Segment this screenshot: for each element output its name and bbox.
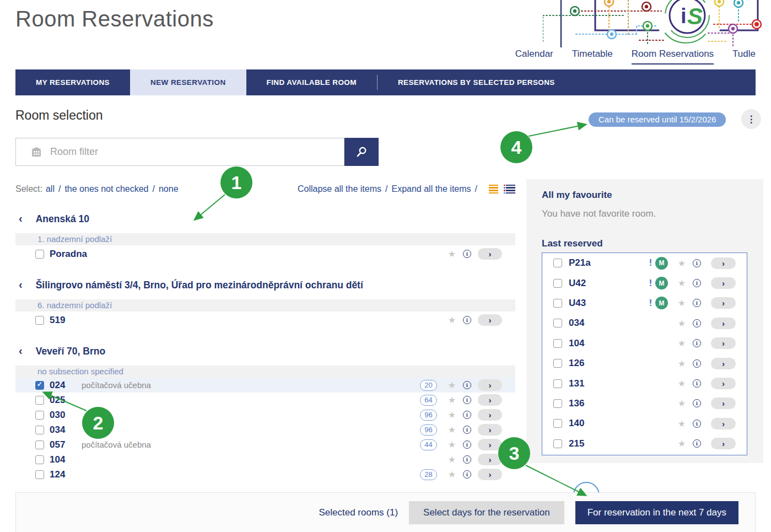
open-room-button[interactable]: › — [478, 454, 502, 465]
info-icon[interactable]: i — [463, 316, 471, 324]
tab-find-available-room[interactable]: FIND AVAILABLE ROOM — [246, 69, 377, 95]
tab-my-reservations[interactable]: MY RESERVATIONS — [15, 69, 130, 95]
favourite-star-icon[interactable]: ★ — [678, 418, 686, 429]
info-icon[interactable]: i — [463, 411, 471, 419]
info-icon[interactable]: i — [463, 426, 471, 434]
nav-link-tudle[interactable]: Tudle — [732, 49, 756, 65]
room-checkbox[interactable] — [553, 339, 562, 348]
info-icon[interactable]: i — [693, 339, 701, 347]
room-filter-input[interactable] — [50, 146, 344, 158]
info-icon[interactable]: i — [463, 396, 471, 404]
favourite-star-icon[interactable]: ★ — [448, 469, 456, 480]
expand-list-icon[interactable] — [506, 185, 515, 194]
open-room-button[interactable]: › — [711, 257, 736, 269]
room-checkbox[interactable] — [35, 455, 44, 464]
info-icon[interactable]: i — [693, 420, 701, 428]
search-button[interactable] — [344, 138, 379, 166]
open-room-button[interactable]: › — [711, 418, 736, 429]
room-checkbox[interactable] — [35, 426, 44, 434]
room-checkbox[interactable] — [35, 396, 44, 405]
open-room-button[interactable]: › — [711, 337, 736, 349]
building-header[interactable]: ‹Šilingrovo náměstí 3/4, Brno, Úřad pro … — [15, 277, 515, 293]
room-checkbox[interactable] — [553, 379, 562, 388]
info-icon[interactable]: i — [693, 379, 701, 388]
kebab-menu-button[interactable]: ⋮ — [741, 109, 761, 129]
info-icon[interactable]: i — [693, 399, 701, 407]
open-room-button[interactable]: › — [711, 397, 736, 409]
room-checkbox[interactable] — [553, 279, 562, 288]
open-room-button[interactable]: › — [711, 318, 736, 329]
room-checkbox[interactable] — [553, 399, 562, 408]
open-room-button[interactable]: › — [478, 379, 502, 391]
select-all-link[interactable]: all — [46, 184, 55, 194]
info-icon[interactable]: i — [463, 440, 471, 449]
nav-link-room-reservations[interactable]: Room Reservations — [632, 49, 714, 65]
favourite-star-icon[interactable]: ★ — [678, 318, 686, 329]
collapse-list-icon[interactable] — [489, 185, 498, 194]
room-checkbox[interactable] — [35, 316, 44, 325]
info-icon[interactable]: i — [463, 470, 471, 479]
room-checkbox[interactable] — [553, 419, 562, 428]
open-room-button[interactable]: › — [478, 248, 502, 260]
open-room-button[interactable]: › — [478, 394, 502, 406]
info-icon[interactable]: i — [693, 319, 701, 327]
info-icon[interactable]: i — [463, 250, 471, 258]
open-room-button[interactable]: › — [478, 424, 502, 436]
next-7-days-button[interactable]: For reservation in the next 7 days — [575, 501, 738, 524]
favourite-star-icon[interactable]: ★ — [448, 439, 456, 450]
favourite-star-icon[interactable]: ★ — [678, 258, 686, 268]
tab-new-reservation[interactable]: NEW RESERVATION — [130, 69, 246, 95]
room-checkbox-checked[interactable] — [35, 381, 44, 390]
open-room-button[interactable]: › — [478, 469, 502, 480]
favourite-star-icon[interactable]: ★ — [678, 278, 686, 288]
open-room-button[interactable]: › — [711, 438, 736, 449]
building-header[interactable]: ‹Anenská 10 — [15, 211, 515, 227]
info-icon[interactable]: i — [463, 381, 471, 389]
room-checkbox[interactable] — [553, 319, 562, 327]
room-checkbox[interactable] — [35, 411, 44, 420]
select-days-button[interactable]: Select days for the reservation — [409, 501, 564, 524]
building-header[interactable]: ‹Veveří 70, Brno — [15, 343, 515, 359]
open-room-button[interactable]: › — [478, 439, 502, 450]
favourite-star-icon[interactable]: ★ — [678, 438, 686, 449]
open-room-button[interactable]: › — [478, 409, 502, 421]
info-icon[interactable]: i — [693, 259, 701, 267]
favourite-star-icon[interactable]: ★ — [448, 315, 456, 325]
open-room-button[interactable]: › — [711, 378, 736, 389]
favourite-star-icon[interactable]: ★ — [448, 454, 456, 465]
room-checkbox[interactable] — [553, 439, 562, 448]
select-unchecked-link[interactable]: the ones not checked — [64, 184, 148, 194]
favourite-star-icon[interactable]: ★ — [448, 424, 456, 435]
room-checkbox[interactable] — [35, 440, 44, 449]
expand-all-link[interactable]: Expand all the items — [391, 184, 471, 194]
favourite-star-icon[interactable]: ★ — [678, 378, 686, 389]
info-icon[interactable]: i — [693, 279, 701, 287]
open-room-button[interactable]: › — [711, 277, 736, 289]
search-icon — [355, 146, 368, 159]
favourite-star-icon[interactable]: ★ — [448, 395, 456, 405]
favourite-star-icon[interactable]: ★ — [678, 338, 686, 348]
room-checkbox[interactable] — [553, 359, 562, 368]
select-none-link[interactable]: none — [159, 184, 179, 194]
room-checkbox[interactable] — [553, 259, 562, 267]
favourite-star-icon[interactable]: ★ — [448, 249, 456, 259]
info-icon[interactable]: i — [693, 439, 701, 448]
open-room-button[interactable]: › — [711, 358, 736, 369]
room-checkbox[interactable] — [553, 299, 562, 308]
room-checkbox[interactable] — [35, 470, 44, 479]
info-icon[interactable]: i — [693, 299, 701, 307]
favourite-star-icon[interactable]: ★ — [448, 380, 456, 390]
info-icon[interactable]: i — [463, 455, 471, 464]
favourite-star-icon[interactable]: ★ — [448, 410, 456, 420]
favourite-star-icon[interactable]: ★ — [678, 298, 686, 308]
open-room-button[interactable]: › — [478, 314, 502, 326]
nav-link-timetable[interactable]: Timetable — [572, 49, 613, 65]
info-icon[interactable]: i — [693, 359, 701, 368]
room-checkbox[interactable] — [35, 250, 44, 259]
open-room-button[interactable]: › — [711, 297, 736, 309]
favourite-star-icon[interactable]: ★ — [678, 398, 686, 409]
nav-link-calendar[interactable]: Calendar — [515, 49, 553, 65]
favourite-star-icon[interactable]: ★ — [678, 358, 686, 369]
collapse-all-link[interactable]: Collapse all the items — [298, 184, 381, 194]
tab-reservations-by-selected-persons[interactable]: RESERVATIONS BY SELECTED PERSONS — [378, 69, 575, 95]
